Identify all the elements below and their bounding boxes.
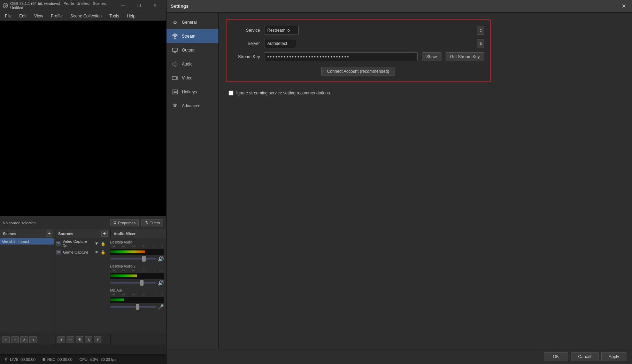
ok-button[interactable]: OK xyxy=(544,352,568,361)
get-stream-key-button[interactable]: Get Stream Key xyxy=(446,52,484,61)
desktop-audio-mute-icon[interactable]: 🔊 xyxy=(158,256,164,262)
menu-profile[interactable]: Profile xyxy=(47,12,66,20)
cancel-button[interactable]: Cancel xyxy=(571,352,599,361)
maximize-button[interactable]: ☐ xyxy=(131,0,147,11)
filters-button[interactable]: ⚗ Filters xyxy=(141,219,163,226)
source-settings-btn[interactable]: ⚙ xyxy=(76,336,83,343)
nav-video[interactable]: Video xyxy=(167,71,218,85)
service-select-arrow xyxy=(477,26,484,35)
server-arrow-down xyxy=(479,44,482,45)
nav-audio[interactable]: Audio xyxy=(167,57,218,71)
nav-hotkeys[interactable]: Hotkeys xyxy=(167,85,218,99)
show-key-button[interactable]: Show xyxy=(422,52,441,61)
connect-account-button[interactable]: Connect Account (recommended) xyxy=(321,67,395,76)
svg-point-0 xyxy=(174,35,176,37)
source-game-capture[interactable]: 🎮 Game Capture 👁 🔒 xyxy=(54,249,108,256)
source-down-btn[interactable]: ∨ xyxy=(94,336,101,343)
cpu-status: CPU: 5.0%, 30.00 fps xyxy=(79,357,116,362)
audio-mixer-header: Audio Mixer xyxy=(114,232,136,236)
nav-general[interactable]: ⚙ General xyxy=(167,15,218,29)
stream-key-row: Stream Key Show Get Stream Key xyxy=(232,52,484,61)
desktop-audio-fader[interactable] xyxy=(110,258,156,260)
audio-mixer-panel: Desktop Audio -60-40-30-20-100 🔊 Desktop… xyxy=(108,238,166,334)
app-title: OBS 26.1.1 (64-bit, windows) - Profile: … xyxy=(10,1,115,10)
desktop-audio2-fader[interactable] xyxy=(110,282,156,284)
menu-scene-collection[interactable]: Scene Collection xyxy=(67,12,105,20)
desktop-audio-label: Desktop Audio xyxy=(110,240,164,244)
source-video-capture[interactable]: 📷 Video Capture De... 👁 🔒 xyxy=(54,238,108,249)
add-scene-btn2[interactable]: + xyxy=(2,336,10,343)
mic-aux-label: Mic/Aux xyxy=(110,288,164,292)
scenes-header: Scenes xyxy=(3,232,16,236)
settings-content: Service Restream.io xyxy=(219,13,632,349)
scene-up-btn[interactable]: ∧ xyxy=(20,336,28,343)
menu-help[interactable]: Help xyxy=(123,12,139,20)
mic-aux-mute-icon[interactable]: 🎤 xyxy=(158,304,164,310)
rec-dot xyxy=(43,358,45,361)
preview-canvas xyxy=(0,21,166,216)
rec-status: REC: 00:00:00 xyxy=(43,357,72,362)
minimize-button[interactable]: — xyxy=(115,0,131,11)
service-select[interactable]: Restream.io xyxy=(264,26,299,35)
menu-view[interactable]: View xyxy=(31,12,47,20)
stream-form: Service Restream.io xyxy=(226,20,491,82)
ignore-settings-row: Ignore streaming service setting recomme… xyxy=(226,91,625,95)
close-button[interactable]: ✕ xyxy=(147,0,163,11)
obs-icon: ⊙ xyxy=(3,3,8,8)
nav-advanced[interactable]: Advanced xyxy=(167,99,218,113)
general-icon: ⚙ xyxy=(171,19,178,26)
server-arrow-up xyxy=(479,42,482,44)
stream-icon xyxy=(171,33,178,40)
arrow-up-icon xyxy=(479,29,482,30)
advanced-icon xyxy=(171,102,178,109)
settings-close-button[interactable]: ✕ xyxy=(619,2,628,10)
ignore-settings-label: Ignore streaming service setting recomme… xyxy=(236,91,330,95)
arrow-down-icon xyxy=(479,31,482,32)
properties-button[interactable]: ⚙ Properties xyxy=(110,219,139,226)
scene-down-btn[interactable]: ∨ xyxy=(29,336,37,343)
lock-icon[interactable]: 🔒 xyxy=(101,241,106,246)
service-label: Service xyxy=(232,28,260,33)
desktop-audio2-meter xyxy=(110,273,164,279)
apply-button[interactable]: Apply xyxy=(601,352,626,361)
server-select-wrapper: Autodetect xyxy=(264,39,484,48)
server-select-arrow xyxy=(477,39,484,48)
desktop-audio-meter xyxy=(110,249,164,255)
scene-genshin[interactable]: Genshin Impact xyxy=(0,238,54,245)
hotkeys-icon xyxy=(171,88,178,95)
add-source-btn2[interactable]: + xyxy=(57,336,65,343)
server-row: Server Autodetect xyxy=(232,39,484,48)
settings-sidebar: ⚙ General Stream xyxy=(167,13,219,349)
nav-stream[interactable]: Stream xyxy=(167,29,218,43)
settings-title: Settings xyxy=(171,3,188,9)
scenes-panel: Genshin Impact xyxy=(0,238,54,334)
desktop-audio-channel: Desktop Audio -60-40-30-20-100 🔊 xyxy=(110,240,164,262)
service-select-wrapper: Restream.io xyxy=(264,26,484,35)
desktop-audio2-channel: Desktop Audio 2 -60-40-30-20-100 🔊 xyxy=(110,264,164,286)
remove-source-btn[interactable]: − xyxy=(67,336,74,343)
source-up-btn[interactable]: ∧ xyxy=(85,336,92,343)
add-source-button[interactable]: + xyxy=(101,231,108,237)
menu-edit[interactable]: Edit xyxy=(16,12,30,20)
nav-output[interactable]: Output xyxy=(167,43,218,57)
game-visibility-icon[interactable]: 👁 xyxy=(95,250,99,254)
settings-titlebar: Settings ✕ xyxy=(167,0,632,13)
menu-tools[interactable]: Tools xyxy=(106,12,123,20)
connect-row: Connect Account (recommended) xyxy=(232,65,484,76)
add-scene-button[interactable]: + xyxy=(46,231,52,237)
menu-file[interactable]: File xyxy=(1,12,15,20)
visibility-icon[interactable]: 👁 xyxy=(95,241,99,246)
server-select[interactable]: Autodetect xyxy=(264,39,296,48)
mic-aux-channel: Mic/Aux -60-40-30-20-100 🎤 xyxy=(110,288,164,310)
output-icon xyxy=(171,47,178,54)
mic-aux-fader[interactable] xyxy=(110,306,156,308)
desktop-audio2-mute-icon[interactable]: 🔊 xyxy=(158,280,164,286)
stream-key-input[interactable] xyxy=(264,52,418,61)
svg-rect-3 xyxy=(172,48,177,52)
live-icon: 🎙 xyxy=(4,357,8,362)
remove-scene-btn[interactable]: − xyxy=(11,336,19,343)
properties-icon: ⚙ xyxy=(113,220,117,225)
game-lock-icon[interactable]: 🔒 xyxy=(101,250,106,255)
ignore-settings-checkbox[interactable] xyxy=(229,91,233,95)
service-row: Service Restream.io xyxy=(232,26,484,35)
